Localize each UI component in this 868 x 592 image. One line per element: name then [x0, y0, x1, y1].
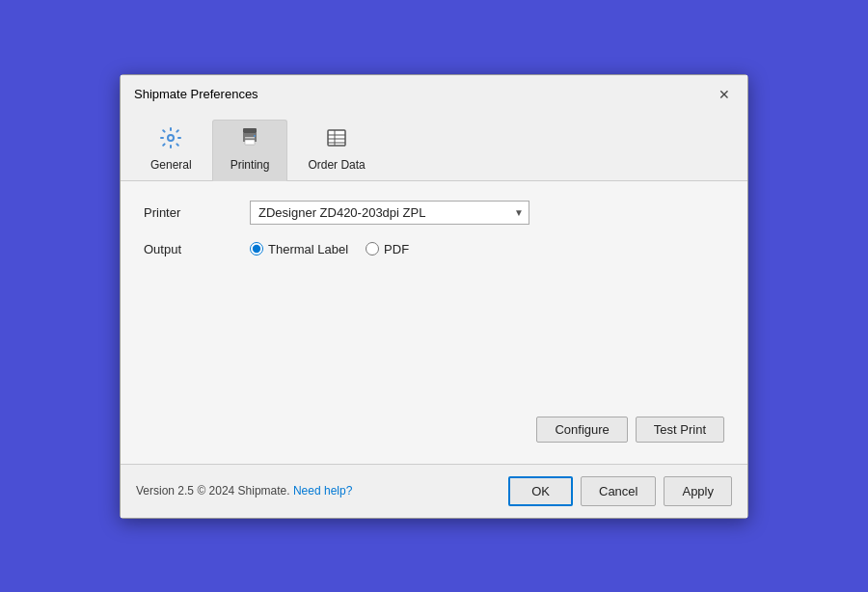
printer-dropdown[interactable]: ZDesigner ZD420-203dpi ZPL ▼ — [250, 201, 529, 225]
preferences-dialog: Shipmate Preferences ✕ General — [120, 74, 748, 519]
tab-bar: General Printing — [121, 112, 747, 181]
version-info: Version 2.5 © 2024 Shipmate. Need help? — [136, 484, 352, 498]
apply-button[interactable]: Apply — [664, 476, 732, 506]
thermal-radio[interactable] — [250, 242, 263, 256]
configure-button[interactable]: Configure — [536, 417, 627, 443]
output-row: Output Thermal Label PDF — [144, 242, 724, 256]
thermal-label-option[interactable]: Thermal Label — [250, 242, 348, 256]
printer-label: Printer — [144, 205, 250, 220]
svg-rect-3 — [245, 140, 255, 145]
tab-printing[interactable]: Printing — [212, 120, 288, 181]
pdf-label-text: PDF — [384, 242, 409, 256]
content-actions: Configure Test Print — [144, 409, 724, 452]
printer-icon — [238, 126, 261, 155]
printing-content: Printer ZDesigner ZD420-203dpi ZPL ▼ Out… — [121, 181, 747, 464]
printer-select[interactable]: ZDesigner ZD420-203dpi ZPL — [250, 201, 529, 225]
svg-point-4 — [254, 135, 256, 137]
svg-rect-2 — [245, 137, 255, 139]
close-button[interactable]: ✕ — [715, 85, 734, 104]
output-options: Thermal Label PDF — [250, 242, 724, 256]
svg-rect-5 — [328, 130, 345, 146]
tab-printing-label: Printing — [231, 158, 270, 172]
cancel-button[interactable]: Cancel — [581, 476, 656, 506]
footer-buttons: OK Cancel Apply — [508, 476, 732, 506]
tab-order-data-label: Order Data — [308, 158, 365, 172]
printer-select-wrapper: ZDesigner ZD420-203dpi ZPL ▼ — [250, 201, 724, 225]
table-icon — [325, 126, 348, 155]
help-link[interactable]: Need help? — [293, 484, 352, 498]
svg-point-0 — [168, 135, 174, 141]
tab-general-label: General — [150, 158, 192, 172]
title-bar: Shipmate Preferences ✕ — [121, 75, 747, 112]
version-text: Version 2.5 © 2024 Shipmate. — [136, 484, 290, 498]
pdf-option[interactable]: PDF — [366, 242, 409, 256]
gear-icon — [159, 126, 182, 155]
test-print-button[interactable]: Test Print — [636, 417, 724, 443]
output-label: Output — [144, 242, 250, 256]
pdf-radio[interactable] — [366, 242, 379, 256]
ok-button[interactable]: OK — [508, 476, 573, 506]
dialog-title: Shipmate Preferences — [134, 87, 258, 101]
thermal-label-text: Thermal Label — [268, 242, 348, 256]
footer: Version 2.5 © 2024 Shipmate. Need help? … — [121, 465, 747, 518]
printer-row: Printer ZDesigner ZD420-203dpi ZPL ▼ — [144, 201, 724, 225]
svg-rect-1 — [243, 128, 257, 133]
content-spacer — [144, 274, 724, 409]
tab-general[interactable]: General — [132, 120, 210, 180]
tab-order-data[interactable]: Order Data — [289, 120, 383, 180]
